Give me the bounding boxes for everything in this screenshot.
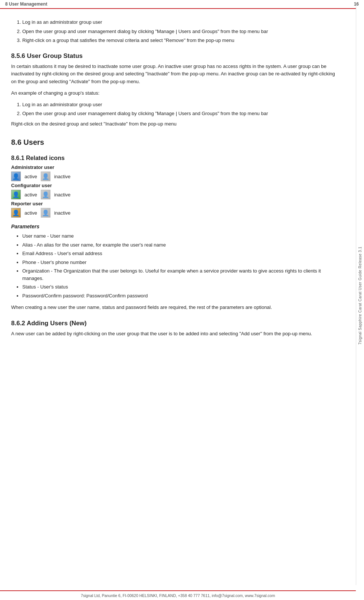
section-856-heading: 8.5.6 User Group Status	[11, 52, 341, 60]
sidebar-label: 7signal Sapphire Carat Carat User Guide …	[358, 247, 362, 345]
reporter-active-icon	[11, 208, 21, 218]
admin-active-label: active	[24, 174, 37, 179]
footer: 7signal Ltd, Panuntie 6, FI-00620 HELSIN…	[0, 590, 356, 600]
param-item-1: User name - User name	[22, 232, 341, 240]
section-861-heading: 8.6.1 Related icons	[11, 155, 341, 162]
param-item-5: Organization - The Organization that the…	[22, 267, 341, 282]
admin-icon-row: active inactive	[11, 172, 341, 181]
params-heading: Parameters	[11, 224, 341, 229]
intro-step-2: Open the user group and user management …	[22, 28, 341, 35]
admin-active-icon	[11, 172, 21, 181]
sidebar-text-area: 7signal Sapphire Carat Carat User Guide …	[356, 6, 364, 585]
param-item-6: Status - User's status	[22, 283, 341, 291]
intro-step-3: Right-click on a group that satisfies th…	[22, 37, 341, 44]
footer-text: 7signal Ltd, Panuntie 6, FI-00620 HELSIN…	[81, 593, 275, 598]
config-inactive-label: inactive	[54, 192, 70, 198]
param-item-4: Phone - User's phone number	[22, 259, 341, 266]
intro-step-1: Log in as an administrator group user	[22, 19, 341, 26]
config-user-label: Configurator user	[11, 183, 341, 188]
reporter-icon-row: active inactive	[11, 208, 341, 218]
main-content: Log in as an administrator group user Op…	[0, 9, 356, 590]
section-856-para2: An example of changing a group's status:	[11, 89, 341, 97]
section-856-step-2: Open the user group and user management …	[22, 110, 341, 117]
admin-user-label: Administrator user	[11, 164, 341, 170]
section-862-heading: 8.6.2 Adding Users (New)	[11, 320, 341, 327]
section-856-steps-list: Log in as an administrator group user Op…	[22, 101, 341, 117]
intro-steps-list: Log in as an administrator group user Op…	[22, 19, 341, 44]
reporter-active-label: active	[24, 210, 37, 216]
config-active-label: active	[24, 192, 37, 198]
chapter-title: 8 User Management	[5, 1, 47, 7]
param-item-3: Email Address - User's email address	[22, 250, 341, 257]
params-note: When creating a new user the user name, …	[11, 304, 341, 312]
section-862-para: A new user can be added by right-clickin…	[11, 330, 341, 338]
reporter-inactive-icon	[41, 208, 50, 218]
config-inactive-icon	[41, 190, 50, 199]
admin-inactive-icon	[41, 172, 50, 181]
reporter-inactive-label: inactive	[54, 210, 70, 216]
param-item-2: Alias - An alias for the user name, for …	[22, 241, 341, 249]
top-bar: 8 User Management 16	[0, 0, 364, 9]
config-active-icon	[11, 190, 21, 199]
section-856-step-1: Log in as an administrator group user	[22, 101, 341, 108]
section-856-para1: In certain situations it may be desired …	[11, 63, 341, 86]
params-list: User name - User name Alias - An alias f…	[22, 232, 341, 299]
param-item-7: Password/Confirm password: Password/Conf…	[22, 292, 341, 300]
admin-inactive-label: inactive	[54, 174, 70, 179]
section-86-heading: 8.6 Users	[11, 138, 341, 147]
section-856-step3: Right-click on the desired group and sel…	[11, 120, 341, 128]
reporter-user-label: Reporter user	[11, 201, 341, 206]
config-icon-row: active inactive	[11, 190, 341, 199]
